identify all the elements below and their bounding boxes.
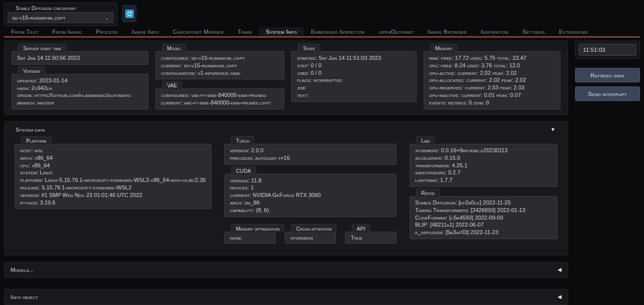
column-server: Server start time Sat Jan 14 11:50:56 20… [12,42,148,110]
text-line: precision: autocast fp16 [230,154,391,162]
panel-state-title: State [298,44,320,52]
field-memory-optimization-label: Memory optimization [231,224,284,232]
text-line: devices: 1 [230,184,391,191]
text-line: k_diffusion: [5b3af03] 2022-11-23 [415,229,552,236]
field-api-value: True [345,232,396,244]
column-model: Model configured: sd-v15-runwayml.ckptcu… [155,42,284,110]
system-data-title: System data [16,127,45,133]
text-line: gpu: free: 8.24 used: 3.76 total: 12.0 [429,62,555,69]
text-line: platform: Linux-5.15.79.1-microsoft-stan… [20,176,206,184]
tab-from-text[interactable]: From Text [4,27,45,36]
panel-platform-content: host: wslarch: x86_64cpu: x86_64system: … [15,144,211,209]
text-line: configuration: v1-inference.yaml [161,69,279,77]
text-line: text: [297,91,411,99]
text-line: current: vae-ft-mse-840000-ema-pruned.ck… [161,99,279,107]
text-line: BLIP: [48211a1] 2022-06-07 [415,221,552,229]
text-line: ram: free: 17.72 used: 5.75 total: 23.47 [429,54,555,62]
panel-vae: VAE configured: vae-ft-mse-840000-ema-pr… [155,81,284,110]
panel-memory-content: ram: free: 17.72 used: 5.75 total: 23.47… [424,51,560,110]
panel-repos-content: Stable Diffusion: [ef2b0ce] 2022-11-25Ta… [410,196,557,239]
text-line: capability: (8, 6) [230,207,391,214]
panel-version-title: Version [18,66,45,74]
refresh-checkpoint-button[interactable] [122,5,136,22]
field-api-label: API [352,224,370,232]
text-line: gpu-inactive: current: 0.01 peak: 0.07 [429,91,555,99]
checkpoint-label: Stable Diffusion checkpoint [14,5,114,12]
text-line: release: 5.15.79.1-microsoft-standard-WS… [20,184,206,191]
collapsed-arrow-icon: ◀ [557,267,561,272]
system-data-accordion: System data ▼ Platform host: wslarch: x8… [4,121,568,255]
text-line: hash: 2d942ea [17,84,143,92]
text-line: python: 3.10.6 [20,199,206,207]
main-column: Server start time Sat Jan 14 11:50:56 20… [4,41,568,305]
info-object-accordion[interactable]: Info object ◀ [4,289,568,305]
collapse-arrow-icon: ▼ [550,127,556,132]
info-object-accordion-label: Info object [11,294,38,300]
panel-cuda-title: CUDA [231,166,256,174]
panel-vae-content: configured: vae-ft-mse-840000-ema-pruned… [155,88,284,110]
tab-bar: From TextFrom ImageProcessImage InfoChec… [4,27,640,38]
tab-openoutpaint[interactable]: openOutpaint [372,27,421,36]
collapsed-arrow-icon: ◀ [557,294,561,299]
checkpoint-select[interactable]: sd-v15-runwayml.ckpt ⌄ [8,12,114,23]
refresh-data-button[interactable]: Refresh data [575,68,640,82]
tab-train[interactable]: Train [231,27,259,36]
checkpoint-select-value: sd-v15-runwayml.ckpt [12,15,65,21]
time-block [575,41,640,59]
tab-inspiration[interactable]: Inspiration [474,27,516,36]
field-cross-attention-label: Cross-attention [291,224,337,232]
field-cross-attention-value: xformers [285,232,336,244]
panel-vae-title: VAE [162,81,182,89]
tab-extensions[interactable]: Extensions [552,27,595,36]
text-line: lightning: 1.7.7 [415,176,552,184]
text-line: xformers: 0.0.16+9bfcebd.d20230113 [415,147,552,154]
column-torch-cuda: Torch version: 2.0.0precision: autocast … [224,135,396,244]
panel-model-content: configured: sd-v15-runwayml.ckptcurrent:… [155,51,284,79]
tab-settings[interactable]: Settings [515,27,552,36]
chevron-down-icon: ⌄ [105,15,109,20]
panel-model: Model configured: sd-v15-runwayml.ckptcu… [155,44,284,79]
text-line: configured: sd-v15-runwayml.ckpt [161,54,279,62]
panel-libs-title: Libs [416,136,435,144]
tab-image-info[interactable]: Image Info [125,27,166,36]
panel-state-content: started: Sat Jan 14 11:51:03 2023step: 0… [291,51,416,102]
panel-repos: Repos Stable Diffusion: [ef2b0ce] 2022-1… [410,188,557,239]
tab-image-browser[interactable]: Image Browser [421,27,474,36]
text-line: gpu-active: current: 2.02 peak: 2.02 [429,69,555,77]
models-accordion[interactable]: Models... ◀ [4,262,568,278]
field-memory-optimization: Memory optimizationnone [224,224,276,244]
tab-process[interactable]: Process [89,27,125,36]
text-line: arch: x86_64 [20,154,206,162]
system-info-page: Stable Diffusion checkpoint sd-v15-runwa… [0,0,644,305]
text-line: step: 0 / 0 [297,62,411,69]
panel-platform-title: Platform [21,136,51,144]
top-panels-container: Server start time Sat Jan 14 11:50:56 20… [4,41,568,115]
system-data-header[interactable]: System data ▼ [15,125,557,135]
text-line: Taming Transformers: [2426893] 2022-01-1… [415,207,552,214]
text-line: configured: vae-ft-mse-840000-ema-pruned [161,91,279,99]
panel-server-start-time-title: Server start time [18,44,66,52]
tab-system-info[interactable]: System Info [259,27,304,36]
text-line: branch: master [17,99,143,107]
tab-from-image[interactable]: From Image [45,27,89,36]
main-row: Server start time Sat Jan 14 11:50:56 20… [4,41,640,305]
settings-fields-row: Memory optimizationnoneCross-attentionxf… [224,224,396,244]
tab-embedding-inspector[interactable]: Embedding Inspector [304,27,372,36]
text-line: arch: sm_86 [230,199,391,207]
panel-platform: Platform host: wslarch: x86_64cpu: x86_6… [15,136,211,209]
field-api: APITrue [345,224,396,244]
panel-version: Version updated: 2023-01-14hash: 2d942ea… [12,66,148,110]
panel-repos-title: Repos [416,188,440,196]
text-line: flags: interrupted [297,76,411,84]
column-memory: Memory ram: free: 17.72 used: 5.75 total… [424,42,560,110]
text-line: jobs: 0 / 0 [297,69,411,77]
refresh-time-input[interactable] [579,44,636,56]
column-state: State started: Sat Jan 14 11:51:03 2023s… [291,42,416,110]
send-interrupt-button[interactable]: Send interrupt [575,86,640,101]
panel-cuda: CUDA version: 11.8devices: 1current: NVI… [224,166,396,217]
panel-libs-content: xformers: 0.0.16+9bfcebd.d20230113accele… [410,144,557,187]
text-line: updated: 2023-01-14 [17,77,143,84]
panel-torch-content: version: 2.0.0precision: autocast fp16 [224,144,396,165]
tab-checkpoint-merger[interactable]: Checkpoint Merger [166,27,230,36]
refresh-icon [125,10,134,18]
